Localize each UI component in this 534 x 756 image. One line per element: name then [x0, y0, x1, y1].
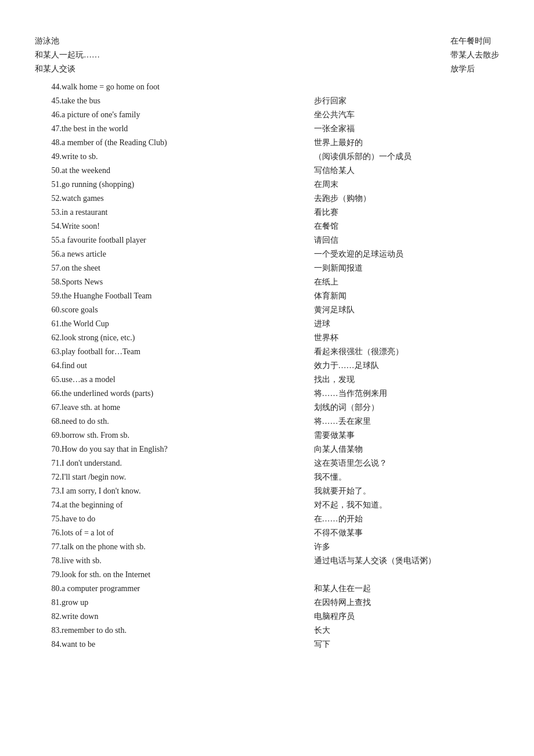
row-chinese: 通过电话与某人交谈（煲电话粥） — [314, 554, 500, 568]
table-row: 74.at the beginning of对不起，我不知道。 — [35, 498, 499, 512]
header-left-item-0: 游泳池 — [35, 35, 100, 48]
row-chinese: 体育新闻 — [314, 289, 500, 303]
row-number: 47. — [35, 122, 62, 136]
row-chinese: 写信给某人 — [314, 164, 500, 178]
table-row: 58.Sports News在纸上 — [35, 275, 499, 289]
row-english: I'll start /begin now. — [62, 470, 314, 484]
table-row: 82.write down电脑程序员 — [35, 610, 499, 624]
row-number: 75. — [35, 512, 62, 526]
row-chinese: 看比赛 — [314, 206, 500, 219]
row-english: lots of = a lot of — [62, 526, 314, 540]
row-chinese: 世界上最好的 — [314, 136, 500, 150]
row-english: in a restaurant — [62, 206, 314, 219]
table-row: 56.a news article一个受欢迎的足球运动员 — [35, 247, 499, 261]
row-english: watch games — [62, 192, 314, 206]
table-row: 47.the best in the world一张全家福 — [35, 122, 499, 136]
table-row: 57.on the sheet一则新闻报道 — [35, 261, 499, 275]
row-english: play football for…Team — [62, 345, 314, 359]
row-number: 68. — [35, 415, 62, 429]
table-row: 70.How do you say that in English?向某人借某物 — [35, 442, 499, 456]
row-chinese: 在因特网上查找 — [314, 596, 500, 610]
table-row: 63.play football for…Team看起来很强壮（很漂亮） — [35, 345, 499, 359]
row-chinese: 写下 — [314, 638, 500, 651]
row-english: remember to do sth. — [62, 624, 314, 638]
table-row: 80.a computer programmer和某人住在一起 — [35, 582, 499, 596]
row-number: 56. — [35, 247, 62, 261]
row-chinese: 一个受欢迎的足球运动员 — [314, 247, 500, 261]
row-chinese: 黄河足球队 — [314, 303, 500, 317]
row-number: 61. — [35, 317, 62, 331]
row-chinese: 进球 — [314, 317, 500, 331]
table-row: 46.a picture of one's family坐公共汽车 — [35, 108, 499, 122]
row-number: 55. — [35, 233, 62, 247]
row-number: 73. — [35, 484, 62, 498]
table-row: 49.write to sb.（阅读俱乐部的）一个成员 — [35, 150, 499, 164]
row-english: a news article — [62, 247, 314, 261]
row-number: 46. — [35, 108, 62, 122]
row-chinese: 长大 — [314, 624, 500, 638]
row-english: grow up — [62, 596, 314, 610]
row-number: 51. — [35, 178, 62, 192]
table-row: 44.walk home = go home on foot — [35, 80, 499, 94]
row-chinese: 世界杯 — [314, 331, 500, 345]
row-english: I am sorry, I don't know. — [62, 484, 314, 498]
table-row: 75.have to do在……的开始 — [35, 512, 499, 526]
row-number: 54. — [35, 219, 62, 233]
row-number: 70. — [35, 442, 62, 456]
row-chinese: 向某人借某物 — [314, 442, 500, 456]
header-right-item-0: 在午餐时间 — [450, 35, 499, 48]
table-row: 50.at the weekend写信给某人 — [35, 164, 499, 178]
table-row: 55.a favourite football player请回信 — [35, 233, 499, 247]
row-number: 81. — [35, 596, 62, 610]
table-row: 52.watch games去跑步（购物） — [35, 192, 499, 206]
row-chinese: 看起来很强壮（很漂亮） — [314, 345, 500, 359]
row-english: leave sth. at home — [62, 401, 314, 415]
row-number: 48. — [35, 136, 62, 150]
row-chinese: 步行回家 — [314, 94, 500, 108]
row-english: want to be — [62, 638, 314, 651]
row-chinese: 我不懂。 — [314, 470, 500, 484]
table-row: 83.remember to do sth.长大 — [35, 624, 499, 638]
table-row: 71.I don't understand.这在英语里怎么说？ — [35, 456, 499, 470]
row-english: the underlined words (parts) — [62, 387, 314, 401]
row-number: 62. — [35, 331, 62, 345]
table-row: 81.grow up在因特网上查找 — [35, 596, 499, 610]
row-number: 69. — [35, 429, 62, 442]
row-english: on the sheet — [62, 261, 314, 275]
table-row: 73.I am sorry, I don't know.我就要开始了。 — [35, 484, 499, 498]
row-chinese: 许多 — [314, 540, 500, 554]
row-english: a picture of one's family — [62, 108, 314, 122]
row-english: look strong (nice, etc.) — [62, 331, 314, 345]
row-english: How do you say that in English? — [62, 442, 314, 456]
row-english: the World Cup — [62, 317, 314, 331]
row-chinese: 对不起，我不知道。 — [314, 498, 500, 512]
table-row: 59.the Huanghe Football Team体育新闻 — [35, 289, 499, 303]
row-number: 82. — [35, 610, 62, 624]
row-english: a favourite football player — [62, 233, 314, 247]
row-chinese — [314, 568, 500, 582]
row-english: walk home = go home on foot — [62, 80, 314, 94]
row-chinese: 去跑步（购物） — [314, 192, 500, 206]
page-content: 游泳池 和某人一起玩…… 和某人交谈 在午餐时间 带某人去散步 放学后 44.w… — [35, 35, 499, 651]
row-number: 58. — [35, 275, 62, 289]
row-number: 71. — [35, 456, 62, 470]
row-english: a computer programmer — [62, 582, 314, 596]
row-english: borrow sth. From sb. — [62, 429, 314, 442]
row-chinese: 我就要开始了。 — [314, 484, 500, 498]
header-left-item-1: 和某人一起玩…… — [35, 49, 100, 62]
row-chinese: （阅读俱乐部的）一个成员 — [314, 150, 500, 164]
row-chinese: 坐公共汽车 — [314, 108, 500, 122]
row-english: talk on the phone with sb. — [62, 540, 314, 554]
row-chinese: 电脑程序员 — [314, 610, 500, 624]
row-chinese: 和某人住在一起 — [314, 582, 500, 596]
row-chinese: 在……的开始 — [314, 512, 500, 526]
row-chinese: 在纸上 — [314, 275, 500, 289]
row-number: 65. — [35, 373, 62, 387]
table-row: 76.lots of = a lot of不得不做某事 — [35, 526, 499, 540]
table-row: 64.find out效力于……足球队 — [35, 359, 499, 373]
table-row: 53.in a restaurant看比赛 — [35, 206, 499, 219]
row-number: 80. — [35, 582, 62, 596]
row-number: 53. — [35, 206, 62, 219]
row-number: 52. — [35, 192, 62, 206]
row-chinese: 一张全家福 — [314, 122, 500, 136]
